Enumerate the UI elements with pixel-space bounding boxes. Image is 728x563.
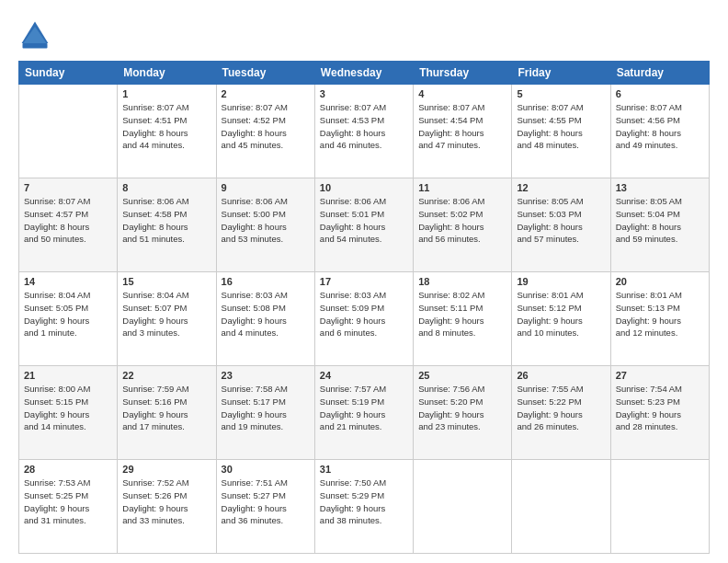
day-number: 29 (122, 464, 210, 475)
day-number: 9 (222, 182, 310, 193)
weekday-header-row: SundayMondayTuesdayWednesdayThursdayFrid… (19, 62, 710, 85)
day-number: 30 (222, 464, 310, 475)
day-number: 2 (222, 88, 310, 99)
day-cell: 17Sunrise: 8:03 AM Sunset: 5:09 PM Dayli… (314, 272, 413, 366)
day-cell: 7Sunrise: 8:07 AM Sunset: 4:57 PM Daylig… (19, 178, 118, 272)
day-info: Sunrise: 8:00 AM Sunset: 5:15 PM Dayligh… (24, 383, 112, 433)
day-cell: 31Sunrise: 7:50 AM Sunset: 5:29 PM Dayli… (314, 460, 413, 554)
day-number: 21 (24, 370, 112, 381)
logo (18, 18, 57, 52)
day-number: 13 (616, 182, 704, 193)
day-number: 22 (122, 370, 210, 381)
day-number: 27 (616, 370, 704, 381)
week-row-1: 1Sunrise: 8:07 AM Sunset: 4:51 PM Daylig… (19, 85, 710, 178)
day-number: 23 (222, 370, 310, 381)
day-number: 18 (418, 276, 506, 287)
weekday-header-thursday: Thursday (414, 62, 512, 85)
day-cell: 5Sunrise: 8:07 AM Sunset: 4:55 PM Daylig… (512, 85, 610, 178)
day-info: Sunrise: 8:07 AM Sunset: 4:51 PM Dayligh… (122, 101, 210, 152)
day-info: Sunrise: 8:07 AM Sunset: 4:52 PM Dayligh… (222, 101, 310, 152)
day-cell: 6Sunrise: 8:07 AM Sunset: 4:56 PM Daylig… (610, 85, 709, 178)
day-info: Sunrise: 8:07 AM Sunset: 4:54 PM Dayligh… (418, 101, 506, 152)
day-cell: 2Sunrise: 8:07 AM Sunset: 4:52 PM Daylig… (216, 85, 314, 178)
day-number: 16 (222, 276, 310, 287)
day-info: Sunrise: 7:56 AM Sunset: 5:20 PM Dayligh… (418, 383, 506, 433)
day-info: Sunrise: 8:07 AM Sunset: 4:53 PM Dayligh… (320, 101, 408, 152)
day-cell: 11Sunrise: 8:06 AM Sunset: 5:02 PM Dayli… (414, 178, 512, 272)
weekday-header-tuesday: Tuesday (216, 62, 314, 85)
day-info: Sunrise: 7:54 AM Sunset: 5:23 PM Dayligh… (616, 383, 704, 433)
day-info: Sunrise: 8:05 AM Sunset: 5:04 PM Dayligh… (616, 195, 704, 246)
day-number: 3 (320, 88, 408, 99)
day-info: Sunrise: 7:59 AM Sunset: 5:16 PM Dayligh… (122, 383, 210, 433)
week-row-3: 14Sunrise: 8:04 AM Sunset: 5:05 PM Dayli… (19, 272, 710, 366)
day-number: 11 (418, 182, 506, 193)
day-info: Sunrise: 8:03 AM Sunset: 5:08 PM Dayligh… (222, 289, 310, 339)
day-number: 4 (418, 88, 506, 99)
week-row-2: 7Sunrise: 8:07 AM Sunset: 4:57 PM Daylig… (19, 178, 710, 272)
day-info: Sunrise: 8:05 AM Sunset: 5:03 PM Dayligh… (517, 195, 605, 246)
day-info: Sunrise: 7:53 AM Sunset: 5:25 PM Dayligh… (24, 477, 112, 527)
day-cell: 20Sunrise: 8:01 AM Sunset: 5:13 PM Dayli… (610, 272, 709, 366)
day-number: 17 (320, 276, 408, 287)
day-number: 19 (517, 276, 605, 287)
week-row-4: 21Sunrise: 8:00 AM Sunset: 5:15 PM Dayli… (19, 366, 710, 460)
day-number: 12 (517, 182, 605, 193)
day-info: Sunrise: 8:04 AM Sunset: 5:05 PM Dayligh… (24, 289, 112, 339)
day-info: Sunrise: 7:52 AM Sunset: 5:26 PM Dayligh… (122, 477, 210, 527)
day-cell: 21Sunrise: 8:00 AM Sunset: 5:15 PM Dayli… (19, 366, 118, 460)
day-info: Sunrise: 7:51 AM Sunset: 5:27 PM Dayligh… (222, 477, 310, 527)
day-number: 15 (122, 276, 210, 287)
day-number: 8 (122, 182, 210, 193)
day-cell (610, 460, 709, 554)
weekday-header-sunday: Sunday (19, 62, 118, 85)
day-cell: 19Sunrise: 8:01 AM Sunset: 5:12 PM Dayli… (512, 272, 610, 366)
day-info: Sunrise: 7:57 AM Sunset: 5:19 PM Dayligh… (320, 383, 408, 433)
day-number: 14 (24, 276, 112, 287)
weekday-header-wednesday: Wednesday (314, 62, 413, 85)
day-cell: 26Sunrise: 7:55 AM Sunset: 5:22 PM Dayli… (512, 366, 610, 460)
day-cell: 1Sunrise: 8:07 AM Sunset: 4:51 PM Daylig… (118, 85, 216, 178)
day-cell: 3Sunrise: 8:07 AM Sunset: 4:53 PM Daylig… (314, 85, 413, 178)
day-cell: 30Sunrise: 7:51 AM Sunset: 5:27 PM Dayli… (216, 460, 314, 554)
day-number: 28 (24, 464, 112, 475)
weekday-header-saturday: Saturday (610, 62, 709, 85)
day-number: 6 (616, 88, 704, 99)
day-cell: 4Sunrise: 8:07 AM Sunset: 4:54 PM Daylig… (414, 85, 512, 178)
day-info: Sunrise: 7:55 AM Sunset: 5:22 PM Dayligh… (517, 383, 605, 433)
day-number: 24 (320, 370, 408, 381)
day-cell: 27Sunrise: 7:54 AM Sunset: 5:23 PM Dayli… (610, 366, 709, 460)
day-cell (414, 460, 512, 554)
logo-icon (18, 18, 51, 52)
day-cell: 8Sunrise: 8:06 AM Sunset: 4:58 PM Daylig… (118, 178, 216, 272)
day-info: Sunrise: 8:06 AM Sunset: 4:58 PM Dayligh… (122, 195, 210, 246)
day-info: Sunrise: 8:02 AM Sunset: 5:11 PM Dayligh… (418, 289, 506, 339)
day-cell (19, 85, 118, 178)
day-number: 7 (24, 182, 112, 193)
day-cell: 18Sunrise: 8:02 AM Sunset: 5:11 PM Dayli… (414, 272, 512, 366)
day-info: Sunrise: 8:06 AM Sunset: 5:02 PM Dayligh… (418, 195, 506, 246)
day-info: Sunrise: 8:03 AM Sunset: 5:09 PM Dayligh… (320, 289, 408, 339)
day-number: 5 (517, 88, 605, 99)
day-cell: 25Sunrise: 7:56 AM Sunset: 5:20 PM Dayli… (414, 366, 512, 460)
day-cell (512, 460, 610, 554)
day-cell: 28Sunrise: 7:53 AM Sunset: 5:25 PM Dayli… (19, 460, 118, 554)
day-cell: 15Sunrise: 8:04 AM Sunset: 5:07 PM Dayli… (118, 272, 216, 366)
day-info: Sunrise: 8:04 AM Sunset: 5:07 PM Dayligh… (122, 289, 210, 339)
svg-rect-2 (23, 43, 48, 48)
page: SundayMondayTuesdayWednesdayThursdayFrid… (0, 0, 728, 563)
day-info: Sunrise: 8:07 AM Sunset: 4:55 PM Dayligh… (517, 101, 605, 152)
calendar-table: SundayMondayTuesdayWednesdayThursdayFrid… (18, 61, 710, 554)
day-number: 10 (320, 182, 408, 193)
day-number: 25 (418, 370, 506, 381)
day-cell: 14Sunrise: 8:04 AM Sunset: 5:05 PM Dayli… (19, 272, 118, 366)
day-info: Sunrise: 8:07 AM Sunset: 4:57 PM Dayligh… (24, 195, 112, 246)
day-info: Sunrise: 7:58 AM Sunset: 5:17 PM Dayligh… (222, 383, 310, 433)
day-cell: 10Sunrise: 8:06 AM Sunset: 5:01 PM Dayli… (314, 178, 413, 272)
day-info: Sunrise: 8:01 AM Sunset: 5:13 PM Dayligh… (616, 289, 704, 339)
day-info: Sunrise: 8:01 AM Sunset: 5:12 PM Dayligh… (517, 289, 605, 339)
day-cell: 9Sunrise: 8:06 AM Sunset: 5:00 PM Daylig… (216, 178, 314, 272)
weekday-header-friday: Friday (512, 62, 610, 85)
day-number: 1 (122, 88, 210, 99)
day-number: 26 (517, 370, 605, 381)
